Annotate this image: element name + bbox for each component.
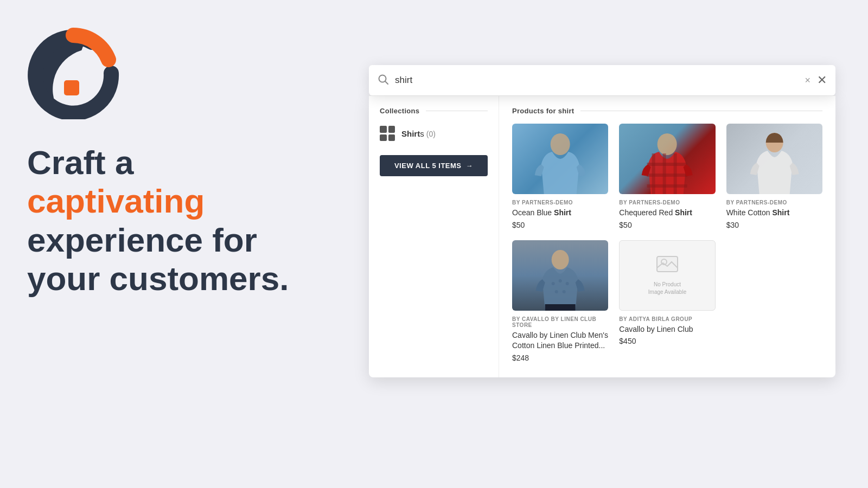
product-name-4: Cavallo by Linen Club Men's Cotton Linen… [512,330,608,351]
collection-count: (0) [426,130,436,138]
svg-line-2 [385,81,388,84]
product-name-bold-2: Shirt [675,208,692,217]
svg-point-17 [563,290,566,293]
svg-rect-18 [545,304,576,311]
product-image-white-cotton [726,124,822,194]
products-header: Products for shirt [512,107,822,115]
search-dropdown: Collections Shirts (0) VIEW ALL 5 ITEMS … [369,95,835,377]
no-image-text: No ProductImage Available [648,281,686,296]
collection-name: Shirts (0) [401,129,436,138]
product-name-5: Cavallo by Linen Club [619,324,715,335]
svg-point-16 [555,290,558,293]
svg-point-15 [566,282,569,285]
product-name-prefix-1: Ocean Blue [512,208,554,217]
product-name-bold-1: Shirt [554,208,571,217]
product-brand-3: BY PARTNERS-DEMO [726,200,822,206]
product-card-placeholder[interactable]: No ProductImage Available BY ADITYA BIRL… [619,240,715,362]
product-price-1: $50 [512,221,608,229]
search-icon [378,74,388,87]
product-brand-1: BY PARTNERS-DEMO [512,200,608,206]
no-image-icon [656,254,678,278]
product-card-chequered-red[interactable]: BY PARTNERS-DEMO Chequered Red Shirt $50 [619,124,715,229]
product-image-ocean-blue [512,124,608,194]
logo [27,27,309,143]
product-name-1: Ocean Blue Shirt [512,208,608,219]
search-bar: × ✕ [369,65,835,95]
search-close-button[interactable]: ✕ [817,73,827,87]
product-price-2: $50 [619,221,715,229]
product-brand-2: BY PARTNERS-DEMO [619,200,715,206]
tagline: Craft a captivating experience for your … [27,143,309,298]
product-image-placeholder: No ProductImage Available [619,240,715,311]
product-name-prefix-5: Cavallo by Linen Club [619,325,693,333]
product-name-2: Chequered Red Shirt [619,208,715,219]
product-card-white-cotton[interactable]: BY PARTNERS-DEMO White Cotton Shirt $30 [726,124,822,229]
product-brand-5: BY ADITYA BIRLA GROUP [619,316,715,322]
product-price-4: $248 [512,354,608,362]
tagline-line4: your customers. [27,260,289,297]
collection-name-suffix: s [420,129,424,138]
product-image-cavallo-blue [512,240,608,311]
product-price-5: $450 [619,337,715,345]
product-price-3: $30 [726,221,822,229]
product-image-chequered-red [619,124,715,194]
tagline-line3: experience for [27,221,257,259]
product-card-cavallo-blue[interactable]: BY CAVALLO BY LINEN CLUB STORE Cavallo b… [512,240,608,362]
view-all-button[interactable]: VIEW ALL 5 ITEMS → [380,155,488,176]
products-grid: BY PARTNERS-DEMO Ocean Blue Shirt $50 [512,124,822,362]
products-column: Products for shirt BY PARTNERS-DEMO [499,96,835,377]
product-brand-4: BY CAVALLO BY LINEN CLUB STORE [512,316,608,328]
search-input[interactable] [395,75,805,86]
view-all-label: VIEW ALL 5 ITEMS [394,162,462,170]
svg-point-3 [551,133,570,155]
product-name-bold-3: Shirt [772,208,789,217]
product-name-prefix-3: White Cotton [726,208,773,217]
svg-point-4 [658,133,677,155]
product-card-ocean-blue[interactable]: BY PARTNERS-DEMO Ocean Blue Shirt $50 [512,124,608,229]
svg-point-13 [552,282,555,285]
collection-name-bold: Shirt [401,129,420,138]
view-all-arrow-icon: → [466,162,474,170]
collections-column: Collections Shirts (0) VIEW ALL 5 ITEMS … [369,96,499,377]
svg-point-14 [559,279,562,282]
search-clear-button[interactable]: × [805,75,810,86]
svg-rect-0 [64,80,79,95]
tagline-line1: Craft a [27,144,133,181]
grid-icon [380,126,395,141]
product-name-prefix-4: Cavallo by Linen Club Men's Cotton Linen… [512,331,608,350]
tagline-line2: captivating [27,182,205,220]
product-name-prefix-2: Chequered Red [619,208,675,217]
svg-point-12 [552,250,569,269]
product-name-3: White Cotton Shirt [726,208,822,219]
right-panel: × ✕ Collections Shirts (0) VIEW ALL 5 IT… [336,0,868,488]
collections-header: Collections [369,107,499,120]
left-panel: Craft a captivating experience for your … [0,0,336,488]
collection-item-shirts[interactable]: Shirts (0) [369,120,499,146]
